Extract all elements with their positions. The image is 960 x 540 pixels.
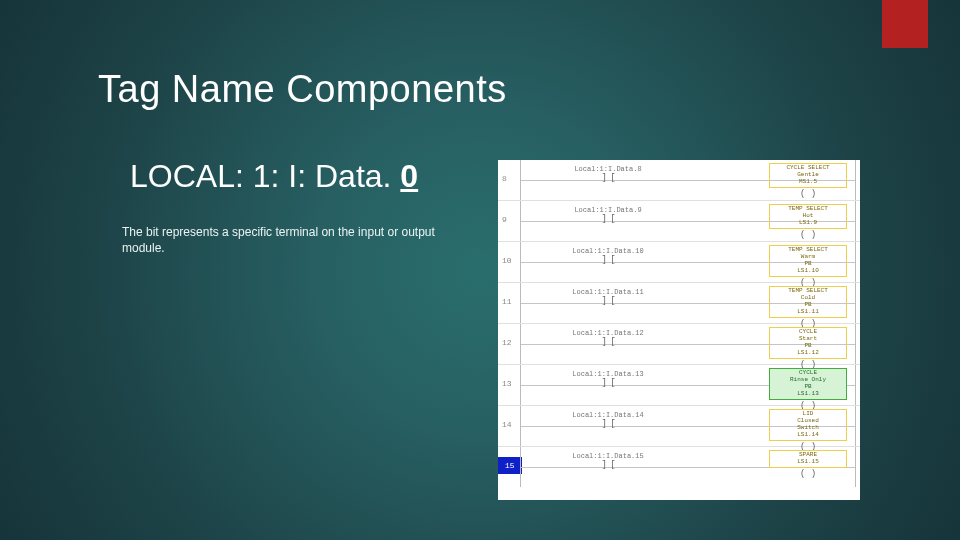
rung-number: 8: [502, 174, 507, 183]
contact: Local:1:I.Data.15] [: [548, 453, 668, 470]
description-text: The bit represents a specific terminal o…: [122, 224, 472, 256]
right-bus: [855, 324, 856, 364]
rung-9: 9Local:1:I.Data.9] [TEMP SELECTHotLS1.9(…: [498, 201, 860, 242]
tag-bit: 0: [400, 158, 418, 194]
ladder-diagram: 8Local:1:I.Data.8] [CYCLE SELECTGentleMS…: [498, 160, 860, 500]
rung-number: 9: [502, 215, 507, 224]
coil: LIDClosedSwitchLS1.14( ): [766, 409, 850, 452]
coil: TEMP SELECTWarmPBLS1.10( ): [766, 245, 850, 288]
tag-prefix: LOCAL: 1: I: Data.: [130, 158, 400, 194]
rung-15: 15Local:1:I.Data.15] [SPARELS1.15( ): [498, 447, 860, 487]
rung-8: 8Local:1:I.Data.8] [CYCLE SELECTGentleMS…: [498, 160, 860, 201]
rung-number: 10: [502, 256, 512, 265]
right-bus: [855, 201, 856, 241]
contact: Local:1:I.Data.8] [: [548, 166, 668, 183]
slide: Tag Name Components LOCAL: 1: I: Data. 0…: [0, 0, 960, 540]
rung-11: 11Local:1:I.Data.11] [TEMP SELECTColdPBL…: [498, 283, 860, 324]
right-bus: [855, 242, 856, 282]
right-bus: [855, 406, 856, 446]
right-bus: [855, 283, 856, 323]
rung-number: 11: [502, 297, 512, 306]
slide-title: Tag Name Components: [98, 68, 507, 111]
coil: CYCLE SELECTGentleMS1.5( ): [766, 163, 850, 199]
contact: Local:1:I.Data.10] [: [548, 248, 668, 265]
rung-number: 14: [502, 420, 512, 429]
rung-number: 13: [502, 379, 512, 388]
contact: Local:1:I.Data.11] [: [548, 289, 668, 306]
contact: Local:1:I.Data.14] [: [548, 412, 668, 429]
coil: TEMP SELECTColdPBLS1.11( ): [766, 286, 850, 329]
accent-bar: [882, 0, 928, 48]
contact: Local:1:I.Data.13] [: [548, 371, 668, 388]
right-bus: [855, 160, 856, 200]
contact: Local:1:I.Data.12] [: [548, 330, 668, 347]
rung-13: 13Local:1:I.Data.13] [CYCLERinse OnlyPBL…: [498, 365, 860, 406]
right-bus: [855, 447, 856, 487]
coil: CYCLEStartPBLS1.12( ): [766, 327, 850, 370]
rung-number: 15: [498, 457, 522, 474]
coil: CYCLERinse OnlyPBLS1.13( ): [766, 368, 850, 411]
right-bus: [855, 365, 856, 405]
rung-10: 10Local:1:I.Data.10] [TEMP SELECTWarmPBL…: [498, 242, 860, 283]
coil: SPARELS1.15( ): [766, 450, 850, 479]
contact: Local:1:I.Data.9] [: [548, 207, 668, 224]
rung-number: 12: [502, 338, 512, 347]
rung-12: 12Local:1:I.Data.12] [CYCLEStartPBLS1.12…: [498, 324, 860, 365]
tag-expression: LOCAL: 1: I: Data. 0: [130, 158, 418, 195]
coil: TEMP SELECTHotLS1.9( ): [766, 204, 850, 240]
rung-14: 14Local:1:I.Data.14] [LIDClosedSwitchLS1…: [498, 406, 860, 447]
